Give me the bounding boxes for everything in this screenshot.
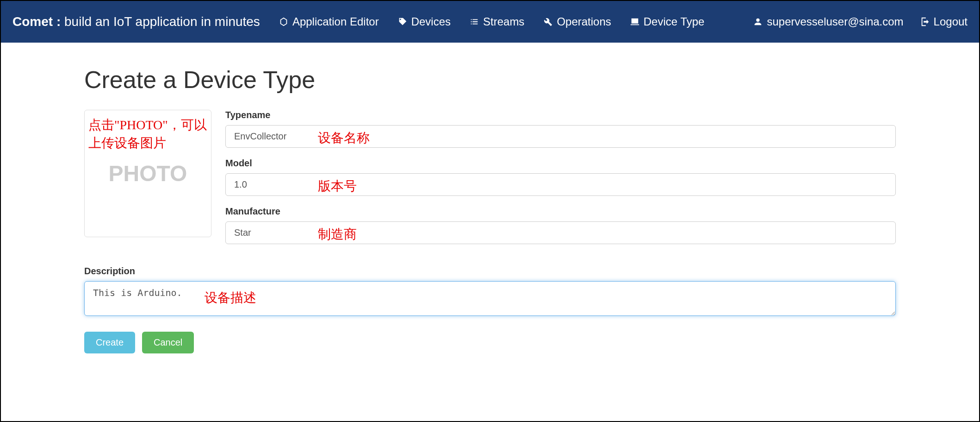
hexagon-icon bbox=[279, 17, 289, 27]
device-icon bbox=[630, 17, 640, 27]
brand-sub: build an IoT application in minutes bbox=[61, 14, 260, 29]
nav-devices[interactable]: Devices bbox=[397, 15, 451, 28]
nav-application-editor[interactable]: Application Editor bbox=[279, 15, 379, 28]
nav-logout[interactable]: Logout bbox=[920, 15, 968, 28]
user-icon bbox=[753, 17, 763, 27]
list-icon bbox=[469, 17, 479, 27]
main-container: Create a Device Type 点击"PHOTO"，可以上传设备图片 … bbox=[1, 43, 979, 353]
photo-placeholder: PHOTO bbox=[109, 161, 187, 186]
form-row: 点击"PHOTO"，可以上传设备图片 PHOTO Typename 设备名称 M… bbox=[84, 110, 896, 254]
user-email: supervesseluser@sina.com bbox=[767, 15, 903, 28]
photo-upload-box[interactable]: 点击"PHOTO"，可以上传设备图片 PHOTO bbox=[84, 110, 211, 237]
typename-group: Typename 设备名称 bbox=[225, 110, 896, 148]
model-input[interactable] bbox=[225, 173, 896, 196]
nav-operations[interactable]: Operations bbox=[543, 15, 611, 28]
model-label: Model bbox=[225, 158, 896, 169]
model-group: Model 版本号 bbox=[225, 158, 896, 196]
manufacture-input[interactable] bbox=[225, 221, 896, 244]
wrench-icon bbox=[543, 17, 553, 27]
nav-streams[interactable]: Streams bbox=[469, 15, 524, 28]
nav-label: Streams bbox=[483, 15, 524, 28]
nav-right: supervesseluser@sina.com Logout bbox=[753, 15, 968, 28]
logout-icon bbox=[920, 17, 930, 27]
description-label: Description bbox=[84, 266, 896, 277]
typename-label: Typename bbox=[225, 110, 896, 120]
form-fields: Typename 设备名称 Model 版本号 Manufacture 制造商 bbox=[225, 110, 896, 254]
photo-annotation: 点击"PHOTO"，可以上传设备图片 bbox=[88, 116, 209, 152]
typename-input[interactable] bbox=[225, 125, 896, 148]
cancel-button[interactable]: Cancel bbox=[142, 332, 194, 353]
nav-label: Application Editor bbox=[292, 15, 379, 28]
logout-label: Logout bbox=[934, 15, 968, 28]
brand-main: Comet : bbox=[12, 14, 61, 29]
nav-label: Operations bbox=[557, 15, 611, 28]
description-input[interactable] bbox=[84, 281, 896, 316]
nav-device-type[interactable]: Device Type bbox=[630, 15, 705, 28]
nav-label: Device Type bbox=[644, 15, 705, 28]
page-title: Create a Device Type bbox=[84, 66, 896, 94]
manufacture-group: Manufacture 制造商 bbox=[225, 206, 896, 244]
description-group: Description 设备描述 bbox=[84, 266, 896, 318]
description-section: Description 设备描述 bbox=[84, 266, 896, 318]
manufacture-label: Manufacture bbox=[225, 206, 896, 217]
nav-user[interactable]: supervesseluser@sina.com bbox=[753, 15, 903, 28]
navbar: Comet : build an IoT application in minu… bbox=[1, 1, 979, 43]
nav-items: Application Editor Devices Streams Opera… bbox=[279, 15, 705, 28]
nav-label: Devices bbox=[411, 15, 451, 28]
create-button[interactable]: Create bbox=[84, 332, 135, 353]
button-row: Create Cancel bbox=[84, 332, 896, 353]
navbar-brand[interactable]: Comet : build an IoT application in minu… bbox=[12, 14, 260, 29]
tag-icon bbox=[397, 17, 408, 27]
